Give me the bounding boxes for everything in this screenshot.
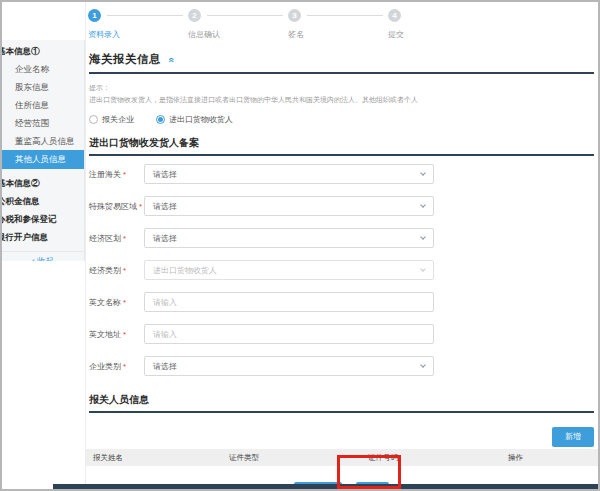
field-row-economic-zone: 经济区划* 请选择 (89, 222, 594, 254)
sidebar-collapse-button[interactable]: ‹收起 (2, 251, 84, 261)
radio-customs-broker-label: 报关企业 (102, 114, 134, 125)
step-submit: 4 提交 (388, 9, 488, 40)
sidebar-item-housing-fund-info[interactable]: 公积金信息 (2, 192, 84, 210)
sidebar-item-basic-info-2[interactable]: 基本信息② (2, 174, 84, 192)
economic-zone-value: 请选择 (153, 233, 177, 244)
step-label-2: 信息确认 (188, 29, 288, 40)
field-row-enterprise-category: 企业类别* 请选择 (89, 350, 594, 382)
radio-import-export-consignee[interactable]: 进出口货物收货人 (156, 114, 233, 125)
registered-customs-value: 请选择 (153, 169, 177, 180)
economic-category-value: 进出口货物收货人 (153, 265, 217, 276)
economic-category-select-disabled: 进出口货物收货人 (144, 260, 434, 280)
enterprise-category-select[interactable]: 请选择 (144, 356, 434, 376)
enterprise-category-value: 请选择 (153, 361, 177, 372)
economic-category-label: 经济类别 (89, 266, 121, 275)
step-label-3: 签名 (288, 29, 388, 40)
step-info-confirm: 2 信息确认 (188, 9, 288, 40)
english-address-label: 英文地址 (89, 330, 121, 339)
required-mark: * (123, 362, 126, 371)
add-staff-button[interactable]: 新增 (552, 427, 594, 447)
section-divider (89, 411, 594, 413)
step-circle-2: 2 (188, 9, 201, 22)
staff-table-header: 报关姓名 证件类型 证件号码 操作 (86, 449, 598, 466)
hint-label: 提示： (89, 83, 594, 93)
registered-customs-label: 注册海关 (89, 170, 121, 179)
sidebar-item-address-info[interactable]: 住所信息 (2, 96, 84, 114)
english-name-placeholder: 请输入 (153, 297, 177, 308)
content-area: 海关报关信息 « 提示： 进出口货物收发货人，是指依法直接进口或者出口货物的中华… (89, 52, 594, 491)
sidebar-collapse-label: 收起 (37, 256, 54, 261)
main-panel: 1 资料录入 2 信息确认 3 签名 4 提交 海关报关信息 « 提示： (85, 2, 598, 489)
sidebar-item-other-personnel-info[interactable]: 其他人员信息 (2, 150, 84, 169)
chevron-down-icon (420, 202, 426, 208)
economic-zone-select[interactable]: 请选择 (144, 228, 434, 248)
sidebar-item-bank-account-info[interactable]: 银行开户信息 (2, 228, 84, 246)
english-address-input[interactable]: 请输入 (144, 324, 434, 344)
required-mark: * (139, 202, 142, 211)
step-label-4: 提交 (388, 29, 488, 40)
english-name-label: 英文名称 (89, 298, 121, 307)
sidebar-item-company-name[interactable]: 企业名称 (2, 60, 84, 78)
radio-on-icon (156, 115, 165, 124)
required-mark: * (123, 234, 126, 243)
required-mark: * (123, 298, 126, 307)
sidebar-item-executives-info[interactable]: 董监高人员信息 (2, 132, 84, 150)
registered-customs-select[interactable]: 请选择 (144, 164, 434, 184)
special-trade-zone-label: 特殊贸易区域 (89, 202, 137, 211)
radio-customs-broker[interactable]: 报关企业 (89, 114, 134, 125)
section-divider (89, 154, 594, 156)
page-title: 海关报关信息 (89, 52, 161, 67)
english-name-input[interactable]: 请输入 (144, 292, 434, 312)
step-circle-4: 4 (388, 9, 401, 22)
field-row-english-name: 英文名称* 请输入 (89, 286, 594, 318)
chevron-left-icon: ‹ (32, 256, 35, 261)
step-data-entry: 1 资料录入 (88, 9, 188, 40)
chevron-down-icon (420, 170, 426, 176)
field-row-registered-customs: 注册海关* 请选择 (89, 158, 594, 190)
radio-off-icon (89, 115, 98, 124)
col-id-number: 证件号码 (368, 453, 508, 463)
hint-text: 进出口货物收发货人，是指依法直接进口或者出口货物的中华人民共和国关境内的法人、其… (89, 95, 594, 105)
required-mark: * (123, 170, 126, 179)
radio-import-export-consignee-label: 进出口货物收货人 (169, 114, 233, 125)
step-circle-1: 1 (88, 9, 101, 22)
section-title-consignee-filing: 进出口货物收发货人备案 (89, 136, 594, 150)
chevron-down-icon (420, 266, 426, 272)
special-trade-zone-select[interactable]: 请选择 (144, 196, 434, 216)
required-mark: * (123, 266, 126, 275)
economic-zone-label: 经济区划 (89, 234, 121, 243)
sidebar-item-shareholder-info[interactable]: 股东信息 (2, 78, 84, 96)
required-mark: * (123, 330, 126, 339)
sidebar-nav: 基本信息① 企业名称 股东信息 住所信息 经营范围 董监高人员信息 其他人员信息… (2, 40, 85, 261)
title-divider (89, 72, 594, 74)
col-id-type: 证件类型 (229, 453, 368, 463)
declarant-type-radio-group: 报关企业 进出口货物收货人 (89, 114, 594, 125)
sidebar-item-tax-social-insurance[interactable]: 办税和参保登记 (2, 210, 84, 228)
bottom-footer-bar (53, 484, 598, 489)
chevron-down-icon (420, 234, 426, 240)
app-window: 基本信息① 企业名称 股东信息 住所信息 经营范围 董监高人员信息 其他人员信息… (0, 0, 600, 491)
sidebar-item-business-scope[interactable]: 经营范围 (2, 114, 84, 132)
progress-stepper: 1 资料录入 2 信息确认 3 签名 4 提交 (86, 2, 598, 40)
enterprise-category-label: 企业类别 (89, 362, 121, 371)
consignee-filing-form: 注册海关* 请选择 特殊贸易区域* 请选择 经济区划* (89, 158, 594, 382)
col-declarant-name: 报关姓名 (93, 453, 229, 463)
special-trade-zone-value: 请选择 (153, 201, 177, 212)
step-label-1: 资料录入 (88, 29, 188, 40)
sidebar-item-basic-info-1[interactable]: 基本信息① (2, 42, 84, 60)
english-address-placeholder: 请输入 (153, 329, 177, 340)
step-signature: 3 签名 (288, 9, 388, 40)
chevron-down-icon (420, 362, 426, 368)
field-row-economic-category: 经济类别* 进出口货物收货人 (89, 254, 594, 286)
section-title-customs-staff: 报关人员信息 (89, 393, 594, 407)
field-row-special-trade-zone: 特殊贸易区域* 请选择 (89, 190, 594, 222)
step-circle-3: 3 (288, 9, 301, 22)
col-actions: 操作 (508, 453, 598, 463)
field-row-english-address: 英文地址* 请输入 (89, 318, 594, 350)
section-collapse-icon[interactable]: « (166, 57, 176, 63)
